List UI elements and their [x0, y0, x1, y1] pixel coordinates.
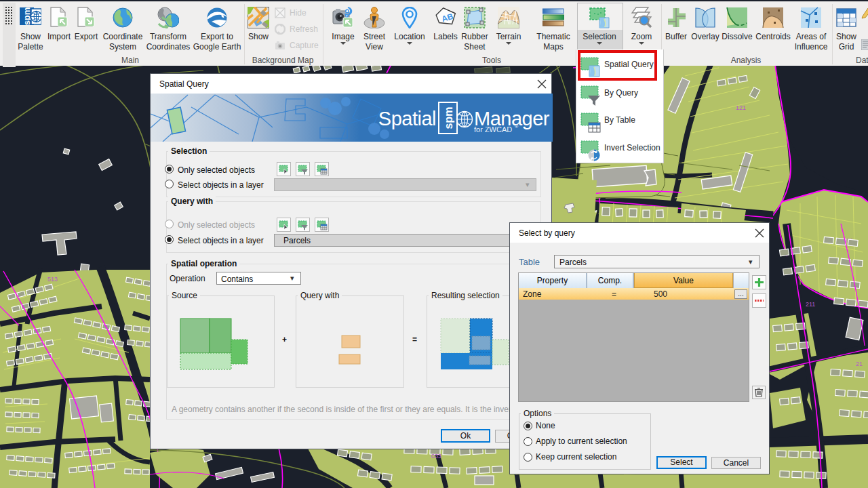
svg-text:513: 513 — [47, 276, 58, 283]
svg-text:®: ® — [515, 124, 519, 129]
svg-text:Spatial: Spatial — [378, 108, 436, 129]
svg-text:for ZWCAD: for ZWCAD — [474, 125, 512, 134]
svg-text:21: 21 — [856, 361, 863, 367]
svg-text:211: 211 — [806, 301, 815, 308]
svg-text:spm: spm — [22, 7, 32, 26]
svg-text:121: 121 — [736, 104, 746, 111]
svg-text:033: 033 — [431, 453, 441, 460]
svg-text:spm: spm — [443, 107, 454, 129]
